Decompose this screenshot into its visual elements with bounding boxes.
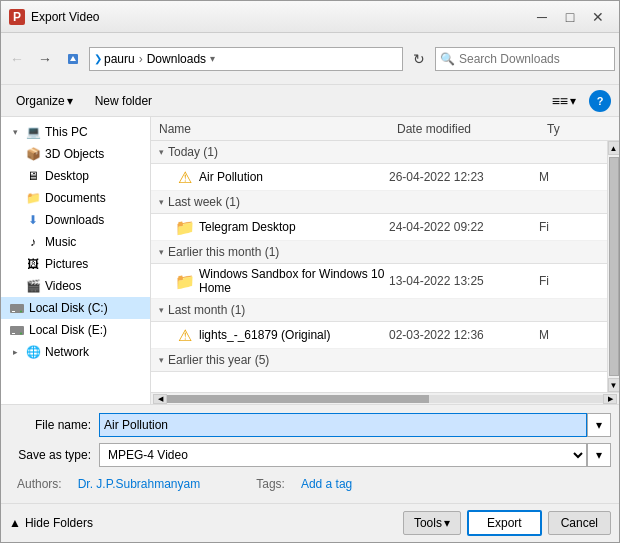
export-button[interactable]: Export (467, 510, 542, 536)
header-date[interactable]: Date modified (393, 122, 543, 136)
save-as-select[interactable]: MPEG-4 Video (99, 443, 587, 467)
local-disk-e-icon (9, 322, 25, 338)
scroll-up-button[interactable]: ▲ (608, 141, 620, 155)
network-expand: ▸ (9, 346, 21, 358)
file-list-container: ▾ Today (1) ⚠ Air Pollution 26-04-2022 1… (151, 141, 619, 392)
3d-objects-icon: 📦 (25, 146, 41, 162)
tags-add[interactable]: Add a tag (301, 477, 352, 491)
group-header-earlier-year[interactable]: ▾ Earlier this year (5) (151, 349, 607, 372)
back-button[interactable]: ← (5, 47, 29, 71)
hscroll-left-button[interactable]: ◀ (153, 394, 167, 404)
organize-label: Organize (16, 94, 65, 108)
air-pollution-type: M (539, 170, 599, 184)
app-icon: P (9, 9, 25, 25)
group-header-today[interactable]: ▾ Today (1) (151, 141, 607, 164)
maximize-button[interactable]: □ (557, 7, 583, 27)
group-header-last-month[interactable]: ▾ Last month (1) (151, 299, 607, 322)
authors-label: Authors: (17, 477, 62, 491)
lights-type: M (539, 328, 599, 342)
pictures-label: Pictures (45, 257, 88, 271)
up-button[interactable] (61, 47, 85, 71)
sidebar-item-3d-objects[interactable]: 📦 3D Objects (1, 143, 150, 165)
organize-button[interactable]: Organize ▾ (9, 91, 80, 111)
file-item-air-pollution[interactable]: ⚠ Air Pollution 26-04-2022 12:23 M (151, 164, 607, 191)
breadcrumb[interactable]: ❯ pauru › Downloads ▾ (89, 47, 403, 71)
videos-label: Videos (45, 279, 81, 293)
meta-row: Authors: Dr. J.P.Subrahmanyam Tags: Add … (9, 473, 611, 495)
sidebar-item-music[interactable]: ♪ Music (1, 231, 150, 253)
documents-icon: 📁 (25, 190, 41, 206)
air-pollution-date: 26-04-2022 12:23 (389, 170, 539, 184)
sidebar-item-videos[interactable]: 🎬 Videos (1, 275, 150, 297)
group-header-last-week[interactable]: ▾ Last week (1) (151, 191, 607, 214)
telegram-icon: 📁 (175, 217, 195, 237)
air-pollution-name: Air Pollution (199, 170, 389, 184)
bottom-right-actions: Tools ▾ Export Cancel (403, 510, 611, 536)
telegram-date: 24-04-2022 09:22 (389, 220, 539, 234)
earlier-month-label: Earlier this month (1) (168, 245, 279, 259)
authors-value[interactable]: Dr. J.P.Subrahmanyam (78, 477, 201, 491)
file-item-windows-sandbox[interactable]: 📁 Windows Sandbox for Windows 10 Home 13… (151, 264, 607, 299)
file-name-input[interactable] (99, 413, 587, 437)
hscroll-track (167, 395, 603, 403)
forward-button[interactable]: → (33, 47, 57, 71)
windows-sandbox-date: 13-04-2022 13:25 (389, 274, 539, 288)
sidebar-item-this-pc[interactable]: ▾ 💻 This PC (1, 121, 150, 143)
breadcrumb-current: Downloads (147, 52, 206, 66)
sidebar-item-network[interactable]: ▸ 🌐 Network (1, 341, 150, 363)
sidebar-item-desktop[interactable]: 🖥 Desktop (1, 165, 150, 187)
today-chevron: ▾ (159, 147, 164, 157)
today-label: Today (1) (168, 145, 218, 159)
file-name-dropdown[interactable]: ▾ (587, 413, 611, 437)
sidebar-item-pictures[interactable]: 🖼 Pictures (1, 253, 150, 275)
this-pc-icon: 💻 (25, 124, 41, 140)
earlier-year-label: Earlier this year (5) (168, 353, 269, 367)
earlier-year-chevron: ▾ (159, 355, 164, 365)
tools-chevron: ▾ (444, 516, 450, 530)
header-type[interactable]: Ty (543, 122, 603, 136)
windows-sandbox-type: Fi (539, 274, 599, 288)
sidebar-item-local-disk-e[interactable]: Local Disk (E:) (1, 319, 150, 341)
minimize-button[interactable]: ─ (529, 7, 555, 27)
view-button[interactable]: ≡≡ ▾ (547, 90, 581, 112)
search-input[interactable] (459, 52, 610, 66)
file-item-lights[interactable]: ⚠ lights_-_61879 (Original) 02-03-2022 1… (151, 322, 607, 349)
group-header-earlier-month[interactable]: ▾ Earlier this month (1) (151, 241, 607, 264)
search-icon: 🔍 (440, 52, 455, 66)
tags-label: Tags: (256, 477, 285, 491)
hscroll-right-button[interactable]: ▶ (603, 394, 617, 404)
svg-rect-6 (12, 333, 15, 334)
scroll-thumb[interactable] (609, 157, 619, 376)
scroll-down-button[interactable]: ▼ (608, 378, 620, 392)
file-header: Name Date modified Ty (151, 117, 619, 141)
sidebar-item-downloads[interactable]: ⬇ Downloads (1, 209, 150, 231)
documents-label: Documents (45, 191, 106, 205)
bottom-bar: ▲ Hide Folders Tools ▾ Export Cancel (1, 503, 619, 542)
vertical-scrollbar[interactable]: ▲ ▼ (607, 141, 619, 392)
hide-folders-button[interactable]: ▲ Hide Folders (9, 516, 93, 530)
help-button[interactable]: ? (589, 90, 611, 112)
file-item-telegram[interactable]: 📁 Telegram Desktop 24-04-2022 09:22 Fi (151, 214, 607, 241)
downloads-label: Downloads (45, 213, 104, 227)
cancel-button[interactable]: Cancel (548, 511, 611, 535)
sidebar-item-documents[interactable]: 📁 Documents (1, 187, 150, 209)
breadcrumb-arrow: ❯ (94, 53, 102, 64)
refresh-button[interactable]: ↻ (407, 47, 431, 71)
horizontal-scrollbar[interactable]: ◀ ▶ (151, 392, 619, 404)
dialog-title: Export Video (31, 10, 529, 24)
save-as-dropdown[interactable]: ▾ (587, 443, 611, 467)
up-icon (66, 52, 80, 66)
new-folder-button[interactable]: New folder (88, 91, 159, 111)
main-content: ▾ 💻 This PC 📦 3D Objects 🖥 Desktop 📁 Doc… (1, 117, 619, 404)
export-video-dialog: P Export Video ─ □ ✕ ← → ❯ pauru › Downl… (0, 0, 620, 543)
organize-chevron: ▾ (67, 94, 73, 108)
breadcrumb-separator: › (139, 52, 143, 66)
close-button[interactable]: ✕ (585, 7, 611, 27)
sidebar-item-local-disk-c[interactable]: Local Disk (C:) (1, 297, 150, 319)
tools-button[interactable]: Tools ▾ (403, 511, 461, 535)
network-label: Network (45, 345, 89, 359)
telegram-type: Fi (539, 220, 599, 234)
air-pollution-icon: ⚠ (175, 167, 195, 187)
desktop-icon: 🖥 (25, 168, 41, 184)
header-name[interactable]: Name (155, 122, 393, 136)
